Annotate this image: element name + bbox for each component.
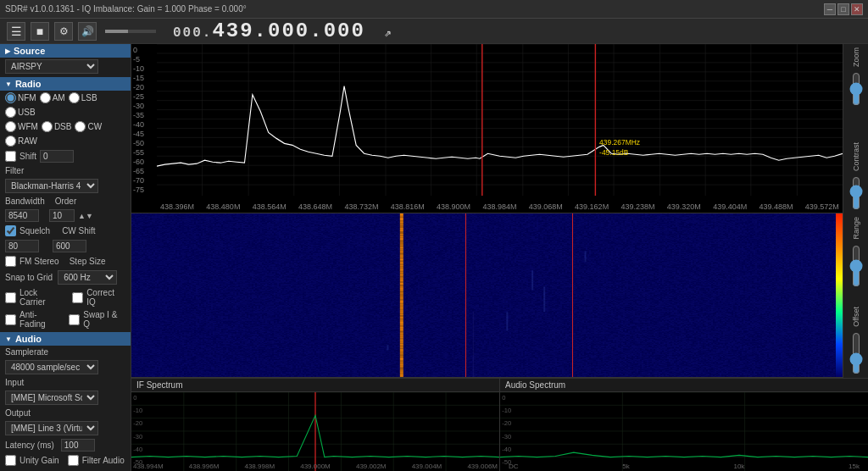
mode-nfm[interactable]: NFM xyxy=(5,92,36,103)
toolbar: ☰ ■ ⚙ 🔊 000.439.000.000 ⇗ xyxy=(0,19,868,44)
swap-iq-checkbox[interactable] xyxy=(69,314,80,325)
mode-dsb[interactable]: DSB xyxy=(42,121,72,132)
offset-slider[interactable] xyxy=(849,332,863,374)
input-select[interactable]: [MME] Microsoft Soun... xyxy=(5,391,98,405)
shift-value[interactable] xyxy=(40,150,74,163)
sidebar: ▶ Source AIRSPY ▼ Radio NFM AM LSB USB xyxy=(0,44,131,471)
menu-button[interactable]: ☰ xyxy=(7,22,25,41)
mode-wfm[interactable]: WFM xyxy=(5,121,38,132)
waterfall-canvas xyxy=(131,213,843,377)
if-spectrum-content[interactable]: 0 -10 -20 -30 -40 -50 438.994M 438.996M … xyxy=(131,392,499,471)
spectrum-svg: 439.267MHz -45.15dB xyxy=(157,44,843,196)
output-label: Output xyxy=(5,408,31,418)
if-spectrum-panel: IF Spectrum xyxy=(131,379,500,471)
fm-stereo-checkbox[interactable] xyxy=(5,256,16,267)
zoom-label-right: Zoom xyxy=(852,47,860,67)
right-controls-waterfall: Range Offset xyxy=(843,213,868,378)
range-label-right: Range xyxy=(852,217,860,240)
radio-label: Radio xyxy=(15,79,42,89)
bottom-panels: IF Spectrum xyxy=(131,378,868,471)
if-spectrum-svg: 0 -10 -20 -30 -40 -50 xyxy=(131,392,499,471)
shift-checkbox[interactable] xyxy=(5,151,16,162)
filter-audio-label: Filter Audio xyxy=(82,456,125,465)
order-label: Order xyxy=(55,197,77,206)
mode-usb[interactable]: USB xyxy=(5,107,36,118)
freq-main: 439.000.000 xyxy=(212,19,364,42)
audio-spectrum-title: Audio Spectrum xyxy=(500,379,868,392)
latency-input[interactable] xyxy=(61,439,95,452)
audio-freq-10k: 10k xyxy=(733,463,744,470)
settings-button[interactable]: ⚙ xyxy=(54,22,73,41)
contrast-slider[interactable] xyxy=(849,176,863,210)
cw-shift-input[interactable] xyxy=(53,240,86,252)
filter-label: Filter xyxy=(5,166,24,175)
zoom-slider[interactable] xyxy=(849,72,863,106)
anti-fading-label: Anti-Fading xyxy=(19,310,62,329)
svg-text:0: 0 xyxy=(502,394,505,402)
mode-cw[interactable]: CW xyxy=(75,121,102,132)
titlebar: SDR# v1.0.0.1361 - IQ Imbalance: Gain = … xyxy=(0,0,868,19)
content-area: 0-5-10-15 -20-25-30-35 -40-45-50-55 -60-… xyxy=(131,44,868,471)
mode-am[interactable]: AM xyxy=(40,92,65,103)
freq-lock-icon: ⇗ xyxy=(384,26,392,40)
source-section-header[interactable]: ▶ Source xyxy=(0,44,131,58)
svg-text:0: 0 xyxy=(133,394,136,402)
snap-select[interactable]: 600 Hz xyxy=(58,270,117,285)
maximize-button[interactable]: □ xyxy=(837,3,849,15)
lock-carrier-label: Lock Carrier xyxy=(19,288,65,307)
lock-carrier-checkbox[interactable] xyxy=(5,292,16,303)
audio-freq-15k: 15k xyxy=(849,463,860,470)
audio-spectrum-content[interactable]: 0 -10 -20 -30 -40 -50 DC 5k 10k 15k xyxy=(500,392,868,471)
correct-iq-checkbox[interactable] xyxy=(72,292,83,303)
output-select[interactable]: [MME] Line 3 (Virtual /... xyxy=(5,421,98,435)
anti-fading-checkbox[interactable] xyxy=(5,314,16,325)
squelch-input[interactable] xyxy=(5,240,39,252)
radio-section-header[interactable]: ▼ Radio xyxy=(0,77,131,91)
svg-text:-10: -10 xyxy=(133,407,142,414)
samplerate-select[interactable]: 48000 sample/sec xyxy=(5,360,98,374)
audio-arrow: ▼ xyxy=(5,335,12,343)
audio-spectrum-svg: 0 -10 -20 -30 -40 -50 xyxy=(500,392,868,471)
order-spinner[interactable]: ▲▼ xyxy=(78,212,93,220)
latency-label: Latency (ms) xyxy=(5,441,54,450)
unity-gain-checkbox[interactable] xyxy=(5,455,16,466)
cw-shift-label: CW Shift xyxy=(62,226,95,236)
shift-label: Shift xyxy=(19,152,36,161)
volume-slider-container[interactable] xyxy=(105,30,156,33)
mode-lsb[interactable]: LSB xyxy=(69,92,97,103)
svg-text:-10: -10 xyxy=(502,407,511,414)
audio-button[interactable]: 🔊 xyxy=(78,22,97,41)
fm-stereo-label: FM Stereo xyxy=(19,257,59,266)
source-arrow: ▶ xyxy=(5,47,10,55)
range-slider[interactable] xyxy=(849,245,863,287)
audio-section-header[interactable]: ▼ Audio xyxy=(0,332,131,346)
mode-raw[interactable]: RAW xyxy=(5,136,37,147)
source-device-select[interactable]: AIRSPY xyxy=(5,59,98,74)
radio-arrow: ▼ xyxy=(5,80,12,88)
stop-button[interactable]: ■ xyxy=(31,22,49,41)
correct-iq-label: Correct IQ xyxy=(86,288,125,307)
spectrum-freq-axis: 438.396M 438.480M 438.564M 438.648M 438.… xyxy=(157,202,843,211)
close-button[interactable]: ✕ xyxy=(851,3,863,15)
source-label: Source xyxy=(14,46,45,56)
snap-to-grid-label: Snap to Grid xyxy=(5,273,53,282)
swap-iq-label: Swap I & Q xyxy=(83,310,125,329)
if-freq-1: 438.994M xyxy=(133,463,164,470)
main-layout: ▶ Source AIRSPY ▼ Radio NFM AM LSB USB xyxy=(0,44,868,471)
waterfall-marker-left xyxy=(465,213,466,377)
if-freq-7: 439.006M xyxy=(467,463,498,470)
filter-audio-checkbox[interactable] xyxy=(68,455,79,466)
spectrum-display[interactable]: 0-5-10-15 -20-25-30-35 -40-45-50-55 -60-… xyxy=(131,44,843,213)
frequency-display[interactable]: 000.439.000.000 ⇗ xyxy=(173,19,393,42)
if-freq-2: 438.996M xyxy=(189,463,220,470)
right-controls-spectrum: Zoom Contrast xyxy=(843,44,868,213)
squelch-checkbox[interactable] xyxy=(5,225,16,236)
waterfall-display[interactable] xyxy=(131,213,843,378)
filter-select[interactable]: Blackman-Harris 4 xyxy=(5,179,98,193)
order-input[interactable] xyxy=(49,209,75,222)
audio-label: Audio xyxy=(15,334,42,344)
bandwidth-input[interactable] xyxy=(5,209,39,222)
minimize-button[interactable]: ─ xyxy=(824,3,836,15)
if-freq-5: 439.002M xyxy=(356,463,387,470)
squelch-label: Squelch xyxy=(19,226,50,236)
